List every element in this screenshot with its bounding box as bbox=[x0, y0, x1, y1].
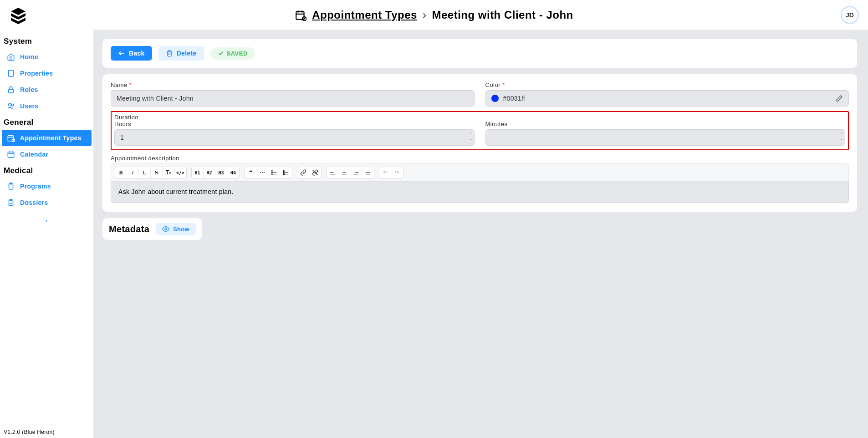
description-editor[interactable]: Ask John about current treatment plan. bbox=[111, 182, 849, 203]
duration-section: Duration Hours 1 ˄˅ Minutes ˄˅ bbox=[111, 111, 849, 150]
svg-point-38 bbox=[271, 174, 272, 175]
arrow-left-icon bbox=[118, 50, 125, 57]
saved-badge: SAVED bbox=[210, 47, 255, 60]
svg-rect-10 bbox=[9, 70, 14, 76]
sidebar-item-label: Dossiers bbox=[20, 199, 48, 206]
chevron-up-icon[interactable]: ˄ bbox=[841, 131, 843, 138]
chevron-up-icon[interactable]: ˄ bbox=[470, 131, 472, 138]
breadcrumb-current: Meeting with Client - John bbox=[432, 9, 573, 21]
back-button[interactable]: Back bbox=[111, 46, 152, 61]
lock-icon bbox=[6, 85, 15, 94]
svg-text:3: 3 bbox=[283, 173, 285, 175]
hours-input[interactable]: 1 ˄˅ bbox=[114, 129, 475, 146]
chevron-down-icon[interactable]: ˅ bbox=[841, 138, 843, 144]
svg-point-36 bbox=[271, 172, 272, 173]
metadata-card: Metadata Show bbox=[102, 218, 202, 240]
clear-format-button[interactable]: Tx bbox=[163, 167, 174, 178]
ul-button[interactable] bbox=[268, 167, 280, 178]
svg-point-59 bbox=[165, 228, 167, 230]
svg-rect-20 bbox=[8, 136, 13, 141]
clipboard-icon bbox=[6, 182, 15, 191]
redo-button[interactable]: ↷ bbox=[391, 167, 403, 178]
clipboard-check-icon bbox=[6, 198, 15, 207]
description-label: Appointment description bbox=[111, 155, 849, 162]
bold-button[interactable]: B bbox=[115, 167, 127, 178]
breadcrumb-parent-link[interactable]: Appointment Types bbox=[312, 9, 417, 21]
hours-spinner[interactable]: ˄˅ bbox=[470, 131, 472, 144]
sidebar-item-dossiers[interactable]: Dossiers bbox=[2, 194, 92, 211]
sidebar-item-users[interactable]: Users bbox=[2, 98, 92, 114]
action-panel: Back Delete SAVED bbox=[102, 39, 857, 68]
code-button[interactable]: </> bbox=[174, 167, 186, 178]
h4-button[interactable]: H4 bbox=[227, 167, 239, 178]
svg-point-18 bbox=[9, 103, 11, 106]
avatar[interactable]: JD bbox=[841, 6, 859, 24]
topbar: Appointment Types › Meeting with Client … bbox=[0, 0, 868, 30]
svg-point-19 bbox=[12, 104, 14, 107]
unlink-button[interactable] bbox=[309, 167, 321, 178]
saved-badge-label: SAVED bbox=[227, 50, 248, 57]
edit-icon[interactable] bbox=[836, 95, 843, 102]
calendar-icon bbox=[295, 9, 306, 21]
back-button-label: Back bbox=[129, 50, 145, 57]
home-icon bbox=[6, 52, 15, 61]
sidebar-item-label: Roles bbox=[20, 86, 38, 93]
sidebar-item-label: Properties bbox=[20, 70, 53, 77]
align-justify-button[interactable] bbox=[362, 167, 374, 178]
sidebar-item-programs[interactable]: Programs bbox=[2, 178, 92, 194]
sidebar-item-roles[interactable]: Roles bbox=[2, 81, 92, 98]
undo-button[interactable]: ↶ bbox=[379, 167, 391, 178]
sidebar-item-label: Calendar bbox=[20, 151, 48, 158]
delete-button[interactable]: Delete bbox=[158, 46, 204, 61]
trash-icon bbox=[166, 50, 173, 57]
users-icon bbox=[6, 102, 15, 111]
sidebar-item-label: Home bbox=[20, 53, 38, 61]
version-label: V1.2.0 (Blue Heron) bbox=[4, 429, 55, 435]
sidebar-item-appointment-types[interactable]: Appointment Types bbox=[2, 130, 92, 146]
quote-button[interactable]: ❝ bbox=[245, 167, 256, 178]
hours-label: Hours bbox=[114, 121, 475, 127]
color-input[interactable]: #0031ff bbox=[485, 90, 849, 107]
sidebar: System Home Properties Roles Users Gener… bbox=[0, 30, 93, 438]
chevron-down-icon[interactable]: ˅ bbox=[470, 138, 472, 144]
hr-button[interactable]: ⋯ bbox=[256, 167, 268, 178]
color-swatch bbox=[491, 95, 499, 102]
minutes-input[interactable]: ˄˅ bbox=[485, 129, 846, 146]
link-button[interactable] bbox=[297, 167, 309, 178]
h1-button[interactable]: H1 bbox=[192, 167, 204, 178]
ol-button[interactable]: 123 bbox=[280, 167, 292, 178]
italic-button[interactable]: I bbox=[127, 167, 139, 178]
duration-label: Duration bbox=[114, 114, 845, 121]
minutes-spinner[interactable]: ˄˅ bbox=[841, 131, 843, 144]
checkmark-icon bbox=[218, 50, 224, 56]
hours-value: 1 bbox=[120, 134, 124, 141]
h2-button[interactable]: H2 bbox=[204, 167, 215, 178]
align-center-button[interactable] bbox=[338, 167, 350, 178]
sidebar-item-calendar[interactable]: Calendar bbox=[2, 146, 92, 163]
eye-icon bbox=[162, 225, 169, 233]
editor-toolbar: B I U S Tx </> H1 H2 H3 H4 ❝ ⋯ 12 bbox=[111, 163, 849, 182]
building-icon bbox=[6, 69, 15, 78]
h3-button[interactable]: H3 bbox=[215, 167, 227, 178]
underline-button[interactable]: U bbox=[139, 167, 151, 178]
minutes-label: Minutes bbox=[485, 121, 846, 127]
align-left-button[interactable] bbox=[327, 167, 338, 178]
strike-button[interactable]: S bbox=[151, 167, 163, 178]
delete-button-label: Delete bbox=[177, 50, 197, 57]
svg-rect-25 bbox=[8, 152, 14, 158]
show-button-label: Show bbox=[173, 226, 189, 233]
sidebar-item-home[interactable]: Home bbox=[2, 49, 92, 65]
sidebar-item-properties[interactable]: Properties bbox=[2, 65, 92, 81]
name-label: Name* bbox=[111, 81, 475, 88]
show-metadata-button[interactable]: Show bbox=[156, 223, 196, 235]
sidebar-group-system: System bbox=[0, 33, 93, 49]
svg-point-34 bbox=[271, 171, 272, 172]
name-input[interactable]: Meeting with Client - John bbox=[111, 90, 475, 107]
align-right-button[interactable] bbox=[350, 167, 362, 178]
svg-marker-0 bbox=[11, 8, 26, 15]
calendar-clock-icon bbox=[6, 133, 15, 143]
sidebar-item-label: Appointment Types bbox=[20, 134, 82, 142]
app-logo[interactable] bbox=[9, 6, 27, 24]
svg-rect-17 bbox=[9, 89, 14, 93]
sidebar-collapse-toggle[interactable]: ‹ bbox=[0, 211, 93, 230]
